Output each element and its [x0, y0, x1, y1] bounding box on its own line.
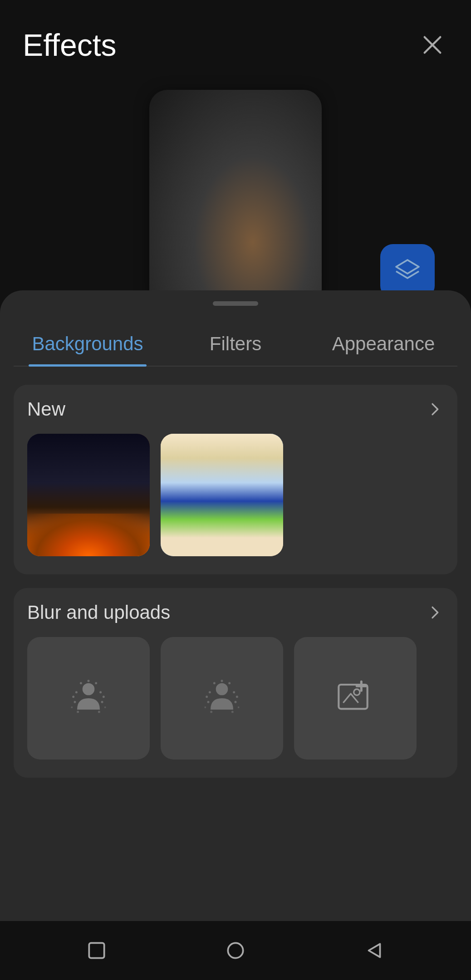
- svg-point-20: [207, 701, 210, 703]
- tab-appearance[interactable]: Appearance: [309, 324, 457, 366]
- upload-item[interactable]: [294, 637, 417, 760]
- svg-point-8: [103, 696, 105, 698]
- blur-uploads-section: Blur and uploads: [14, 588, 457, 778]
- svg-point-16: [104, 706, 106, 708]
- svg-point-29: [204, 706, 206, 708]
- tab-backgrounds[interactable]: Backgrounds: [14, 324, 162, 366]
- recent-apps-button[interactable]: [81, 935, 113, 966]
- svg-point-10: [80, 682, 82, 684]
- new-section-title: New: [27, 398, 65, 420]
- tab-bar: Backgrounds Filters Appearance: [14, 324, 457, 367]
- svg-point-24: [213, 682, 216, 684]
- svg-point-32: [354, 689, 360, 695]
- svg-point-27: [210, 711, 212, 713]
- svg-point-36: [228, 943, 243, 958]
- svg-marker-2: [396, 260, 419, 274]
- svg-point-15: [71, 706, 73, 708]
- drag-handle[interactable]: [213, 301, 258, 306]
- header: Effects: [0, 0, 471, 72]
- blur-uploads-title: Blur and uploads: [27, 602, 170, 623]
- svg-point-6: [74, 701, 76, 703]
- new-section: New: [14, 385, 457, 574]
- svg-point-4: [75, 691, 78, 693]
- svg-point-17: [216, 683, 228, 696]
- svg-point-23: [235, 701, 237, 703]
- blur-item-1[interactable]: [27, 637, 150, 760]
- svg-marker-37: [369, 944, 380, 957]
- blur-uploads-header: Blur and uploads: [27, 602, 444, 623]
- close-button[interactable]: [417, 29, 448, 61]
- new-section-chevron[interactable]: [426, 400, 444, 418]
- svg-point-7: [99, 691, 102, 693]
- svg-point-30: [238, 706, 240, 708]
- svg-point-12: [95, 682, 97, 684]
- blur-items-grid: [27, 637, 444, 760]
- svg-point-26: [228, 682, 231, 684]
- android-nav-bar: [0, 921, 471, 980]
- svg-point-11: [88, 680, 90, 682]
- background-living-room[interactable]: [161, 434, 283, 556]
- svg-point-5: [72, 696, 74, 698]
- phone-preview: [149, 90, 322, 308]
- svg-point-21: [233, 691, 235, 693]
- svg-point-28: [231, 711, 234, 713]
- svg-point-14: [98, 711, 100, 713]
- home-button[interactable]: [220, 935, 251, 966]
- bottom-sheet: Backgrounds Filters Appearance New Blur …: [0, 290, 471, 980]
- svg-point-19: [206, 696, 208, 698]
- svg-rect-35: [89, 943, 104, 958]
- tab-filters[interactable]: Filters: [162, 324, 309, 366]
- background-fireplace[interactable]: [27, 434, 150, 556]
- svg-point-22: [236, 696, 238, 698]
- svg-point-3: [83, 683, 95, 696]
- blur-item-2[interactable]: [161, 637, 283, 760]
- svg-point-13: [77, 711, 79, 713]
- back-button[interactable]: [358, 935, 390, 966]
- svg-point-25: [221, 680, 223, 682]
- new-section-header: New: [27, 398, 444, 420]
- page-title: Effects: [23, 27, 117, 63]
- svg-point-18: [209, 691, 211, 693]
- svg-point-9: [101, 701, 103, 703]
- new-images-grid: [27, 434, 444, 556]
- blur-uploads-chevron[interactable]: [426, 603, 444, 622]
